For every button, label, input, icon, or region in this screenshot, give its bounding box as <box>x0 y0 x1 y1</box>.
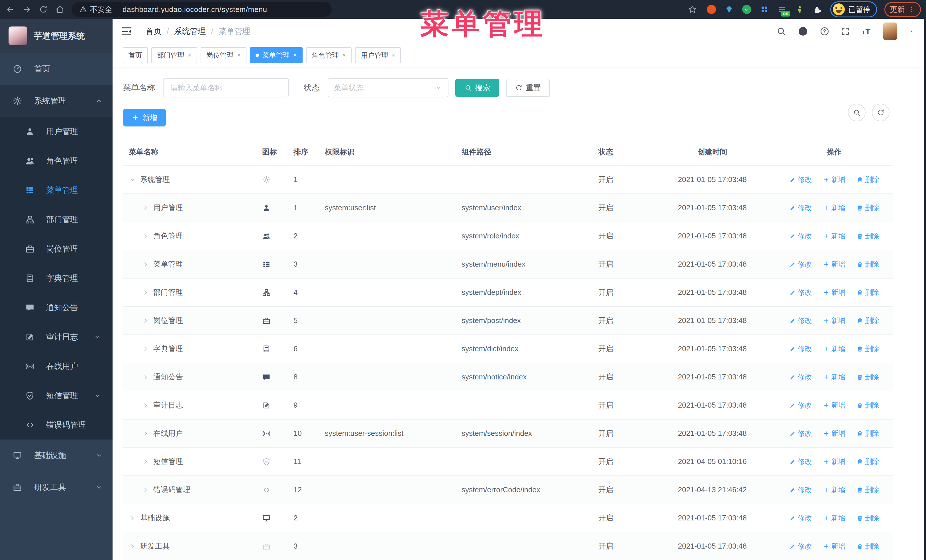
delete-link[interactable]: 删除 <box>856 203 879 213</box>
sidebar-item-8[interactable]: 通知公告 <box>0 293 112 322</box>
edit-link[interactable]: 修改 <box>789 457 812 466</box>
breadcrumb-section[interactable]: 系统管理 <box>174 26 206 37</box>
refresh-table-button[interactable] <box>872 104 890 121</box>
android-extension-icon[interactable] <box>794 4 805 15</box>
sidebar-item-3[interactable]: 角色管理 <box>0 146 112 175</box>
edit-link[interactable]: 修改 <box>789 400 812 410</box>
add-link[interactable]: 新增 <box>823 372 846 382</box>
tab-2[interactable]: 岗位管理× <box>201 47 247 63</box>
log-icon <box>25 332 35 342</box>
tab-5[interactable]: 用户管理× <box>355 47 401 63</box>
close-icon[interactable]: × <box>188 51 191 59</box>
edit-link[interactable]: 修改 <box>789 288 812 297</box>
delete-link[interactable]: 删除 <box>856 231 879 241</box>
browser-back-button[interactable] <box>4 3 17 16</box>
app-logo[interactable]: 芋道管理系统 <box>0 19 112 53</box>
add-link[interactable]: 新增 <box>823 175 846 184</box>
sidebar-item-11[interactable]: 短信管理 <box>0 381 112 410</box>
breadcrumb-home[interactable]: 首页 <box>145 26 162 37</box>
cell-icon <box>256 514 288 522</box>
user-avatar[interactable] <box>883 23 897 40</box>
delete-link[interactable]: 删除 <box>856 542 879 551</box>
sidebar-item-0[interactable]: 首页 <box>0 53 112 85</box>
delete-link[interactable]: 删除 <box>856 175 879 184</box>
sidebar-item-12[interactable]: 错误码管理 <box>0 410 112 439</box>
delete-link[interactable]: 删除 <box>856 260 879 269</box>
delete-link[interactable]: 删除 <box>856 513 879 523</box>
close-icon[interactable]: × <box>293 51 297 59</box>
tab-3[interactable]: 菜单管理× <box>250 47 303 63</box>
browser-reload-button[interactable] <box>37 3 50 16</box>
delete-link[interactable]: 删除 <box>856 429 879 438</box>
tab-0[interactable]: 首页 <box>123 47 148 63</box>
sidebar-item-6[interactable]: 岗位管理 <box>0 234 112 264</box>
search-button[interactable]: 搜索 <box>455 78 499 97</box>
sidebar-item-13[interactable]: 基础设施 <box>0 439 112 471</box>
add-link[interactable]: 新增 <box>823 203 846 213</box>
browser-home-button[interactable] <box>54 3 66 16</box>
browser-update-button[interactable]: 更新 <box>884 2 921 17</box>
tab-1[interactable]: 部门管理× <box>151 47 197 63</box>
edit-link[interactable]: 修改 <box>789 175 812 184</box>
pencil-icon <box>789 458 796 465</box>
add-link[interactable]: 新增 <box>823 288 846 297</box>
status-select[interactable]: 菜单状态 <box>328 78 448 97</box>
add-link[interactable]: 新增 <box>823 231 846 241</box>
add-link[interactable]: 新增 <box>823 485 846 495</box>
edit-link[interactable]: 修改 <box>789 485 812 495</box>
delete-link[interactable]: 删除 <box>856 400 879 410</box>
add-button[interactable]: 新增 <box>123 109 166 127</box>
sidebar-item-14[interactable]: 研发工具 <box>0 471 112 503</box>
add-link[interactable]: 新增 <box>823 344 846 353</box>
stack-extension-icon[interactable]: on <box>777 4 788 15</box>
grid-extension-icon[interactable] <box>759 4 770 15</box>
browser-forward-button[interactable] <box>21 3 33 16</box>
sidebar-item-2[interactable]: 用户管理 <box>0 117 112 146</box>
sidebar-item-1[interactable]: 系统管理 <box>0 85 112 117</box>
plus-icon <box>823 176 830 183</box>
delete-link[interactable]: 删除 <box>856 288 879 297</box>
sidebar-item-10[interactable]: 在线用户 <box>0 352 112 381</box>
sidebar-item-7[interactable]: 字典管理 <box>0 264 112 293</box>
sidebar-item-4[interactable]: 菜单管理 <box>0 175 112 205</box>
edit-link[interactable]: 修改 <box>789 372 812 382</box>
delete-link[interactable]: 删除 <box>856 372 879 382</box>
ubuntu-extension-icon[interactable] <box>706 4 717 15</box>
edit-link[interactable]: 修改 <box>789 542 812 551</box>
edit-link[interactable]: 修改 <box>789 316 812 325</box>
gem-extension-icon[interactable] <box>724 4 735 15</box>
menu-name-input[interactable] <box>163 78 289 97</box>
edit-link[interactable]: 修改 <box>789 260 812 269</box>
dict-icon <box>25 273 35 283</box>
edit-link[interactable]: 修改 <box>789 203 812 213</box>
delete-link[interactable]: 删除 <box>856 485 879 495</box>
close-icon[interactable]: × <box>237 51 241 59</box>
tab-4[interactable]: 角色管理× <box>306 47 352 63</box>
add-link[interactable]: 新增 <box>823 316 846 325</box>
add-link[interactable]: 新增 <box>823 260 846 269</box>
add-link[interactable]: 新增 <box>823 513 846 523</box>
sidebar-item-label: 字典管理 <box>46 273 78 284</box>
close-icon[interactable]: × <box>392 51 395 59</box>
edit-link[interactable]: 修改 <box>789 344 812 353</box>
add-link[interactable]: 新增 <box>823 542 846 551</box>
puzzle-extension-icon[interactable] <box>812 4 823 15</box>
close-icon[interactable]: × <box>342 51 346 59</box>
delete-link[interactable]: 删除 <box>856 316 879 325</box>
sidebar-item-9[interactable]: 审计日志 <box>0 322 112 352</box>
edit-link[interactable]: 修改 <box>789 231 812 241</box>
add-link[interactable]: 新增 <box>823 429 846 438</box>
add-link[interactable]: 新增 <box>823 457 846 466</box>
profile-paused-pill[interactable]: 已暂停 <box>830 2 877 17</box>
check-extension-icon[interactable] <box>741 4 752 15</box>
sidebar-item-5[interactable]: 部门管理 <box>0 205 112 234</box>
show-search-toggle-button[interactable] <box>848 104 865 121</box>
delete-link[interactable]: 删除 <box>856 344 879 353</box>
edit-link[interactable]: 修改 <box>789 429 812 438</box>
reset-button[interactable]: 重置 <box>506 78 550 97</box>
bookmark-star-button[interactable] <box>686 3 699 16</box>
address-bar[interactable]: 不安全 dashboard.yudao.iocoder.cn/system/me… <box>72 2 331 17</box>
add-link[interactable]: 新增 <box>823 400 846 410</box>
edit-link[interactable]: 修改 <box>789 513 812 523</box>
delete-link[interactable]: 删除 <box>856 457 879 466</box>
